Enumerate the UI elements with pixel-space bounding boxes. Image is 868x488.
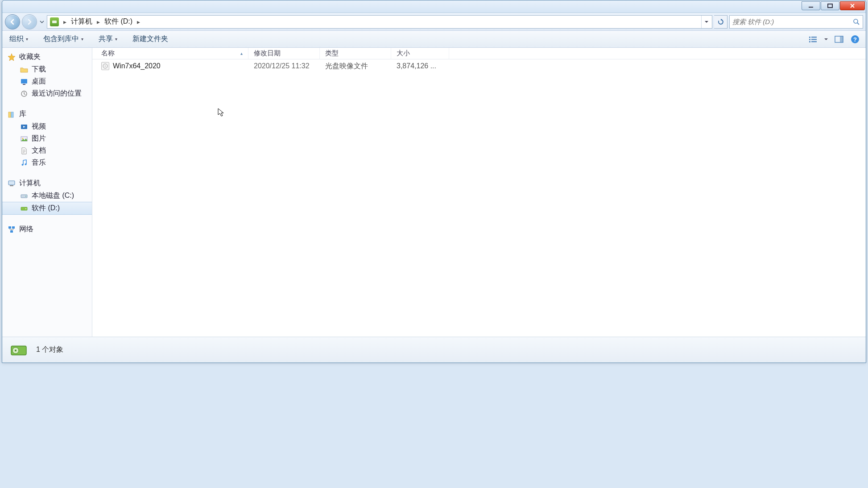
column-date[interactable]: 修改日期: [248, 48, 320, 59]
sort-ascending-icon: ▴: [240, 51, 243, 56]
help-button[interactable]: ?: [849, 33, 861, 45]
svg-text:?: ?: [853, 36, 857, 43]
search-icon: [853, 18, 860, 25]
column-headers: 名称 ▴ 修改日期 类型 大小: [92, 48, 866, 59]
svg-rect-17: [8, 112, 11, 117]
explorer-window: ▸ 计算机 ▸ 软件 (D:) ▸ 组织▾ 包含到库中▾ 共享▾: [2, 0, 866, 363]
star-icon: [8, 53, 16, 61]
svg-point-37: [15, 350, 17, 351]
file-rows[interactable]: Win7x64_2020 2020/12/25 11:32 光盘映像文件 3,8…: [92, 59, 866, 337]
sidebar-favorites-label: 收藏夹: [19, 52, 41, 62]
svg-rect-1: [828, 4, 832, 8]
svg-rect-18: [11, 112, 13, 117]
svg-rect-15: [23, 84, 25, 85]
breadcrumb-drive[interactable]: 软件 (D:): [102, 17, 135, 26]
file-size: 3,874,126 ...: [391, 62, 449, 70]
view-dropdown[interactable]: [823, 33, 829, 45]
svg-rect-14: [21, 79, 27, 83]
newfolder-label: 新建文件夹: [132, 34, 168, 44]
organize-menu[interactable]: 组织▾: [7, 33, 31, 46]
titlebar: [2, 0, 866, 13]
folder-icon: [20, 66, 28, 74]
new-folder-button[interactable]: 新建文件夹: [130, 33, 171, 46]
include-in-library-menu[interactable]: 包含到库中▾: [41, 33, 86, 46]
drive-icon: [20, 192, 28, 200]
status-text: 1 个对象: [36, 345, 63, 355]
file-type: 光盘映像文件: [320, 62, 391, 71]
column-type-label: 类型: [325, 49, 339, 58]
svg-rect-0: [809, 7, 813, 8]
search-box[interactable]: [729, 15, 863, 29]
search-input[interactable]: [732, 18, 853, 25]
sidebar-libraries[interactable]: 库: [2, 108, 92, 121]
history-dropdown[interactable]: [39, 15, 45, 29]
share-label: 共享: [99, 34, 113, 44]
forward-button[interactable]: [22, 14, 37, 29]
svg-point-21: [22, 138, 24, 139]
share-menu[interactable]: 共享▾: [96, 33, 120, 46]
sidebar-drive-c-label: 本地磁盘 (C:): [32, 191, 74, 200]
close-button[interactable]: [840, 1, 865, 10]
sidebar-drive-c[interactable]: 本地磁盘 (C:): [2, 190, 92, 202]
drive-large-icon: [8, 340, 29, 360]
file-row[interactable]: Win7x64_2020 2020/12/25 11:32 光盘映像文件 3,8…: [92, 59, 866, 73]
navigation-pane[interactable]: 收藏夹 下载 桌面 最近访问的位置 库: [2, 48, 92, 337]
chevron-right-icon: ▸: [62, 18, 68, 25]
svg-rect-25: [10, 185, 13, 186]
svg-rect-24: [8, 181, 15, 185]
body-area: 收藏夹 下载 桌面 最近访问的位置 库: [2, 48, 866, 337]
minimize-button[interactable]: [802, 1, 820, 10]
sidebar-network-label: 网络: [19, 225, 33, 234]
sidebar-network[interactable]: 网络: [2, 223, 92, 236]
svg-point-27: [25, 196, 26, 196]
chevron-down-icon: ▾: [115, 37, 117, 42]
sidebar-drive-d[interactable]: 软件 (D:): [2, 202, 92, 215]
command-bar: 组织▾ 包含到库中▾ 共享▾ 新建文件夹: [2, 31, 866, 48]
sidebar-drive-d-label: 软件 (D:): [32, 204, 60, 213]
file-date: 2020/12/25 11:32: [248, 62, 320, 70]
pictures-icon: [20, 135, 28, 143]
svg-point-22: [22, 164, 24, 166]
sidebar-recent-label: 最近访问的位置: [32, 89, 82, 98]
svg-rect-30: [8, 226, 11, 229]
sidebar-recent[interactable]: 最近访问的位置: [2, 88, 92, 100]
column-size[interactable]: 大小: [391, 48, 449, 59]
status-bar: 1 个对象: [2, 337, 866, 363]
svg-rect-7: [811, 39, 817, 40]
drive-icon: [50, 17, 59, 26]
address-bar[interactable]: ▸ 计算机 ▸ 软件 (D:) ▸: [47, 15, 712, 29]
navigation-bar: ▸ 计算机 ▸ 软件 (D:) ▸: [2, 13, 866, 31]
refresh-button[interactable]: [714, 15, 727, 29]
column-name[interactable]: 名称 ▴: [92, 48, 248, 59]
chevron-down-icon: ▾: [26, 37, 28, 42]
include-label: 包含到库中: [43, 34, 79, 44]
sidebar-favorites[interactable]: 收藏夹: [2, 50, 92, 63]
breadcrumb-computer[interactable]: 计算机: [68, 17, 95, 26]
sidebar-desktop[interactable]: 桌面: [2, 75, 92, 88]
iso-file-icon: [101, 62, 109, 70]
chevron-down-icon: ▾: [81, 37, 83, 42]
sidebar-music-label: 音乐: [32, 158, 46, 167]
sidebar-computer[interactable]: 计算机: [2, 177, 92, 190]
libraries-icon: [8, 110, 16, 118]
sidebar-downloads[interactable]: 下载: [2, 63, 92, 75]
sidebar-documents[interactable]: 文档: [2, 145, 92, 157]
preview-pane-button[interactable]: [833, 33, 845, 45]
svg-point-34: [105, 66, 106, 67]
sidebar-pictures[interactable]: 图片: [2, 133, 92, 145]
svg-rect-6: [809, 39, 810, 40]
svg-rect-11: [840, 36, 843, 42]
sidebar-videos[interactable]: 视频: [2, 121, 92, 133]
column-type[interactable]: 类型: [320, 48, 391, 59]
recent-icon: [20, 90, 28, 98]
video-icon: [20, 123, 28, 131]
maximize-button[interactable]: [821, 1, 839, 10]
drive-icon: [20, 204, 28, 213]
back-button[interactable]: [5, 14, 20, 29]
sidebar-music[interactable]: 音乐: [2, 157, 92, 169]
file-list-pane: 名称 ▴ 修改日期 类型 大小 Win7x64_2020 2020/12/25 …: [92, 48, 866, 337]
address-dropdown[interactable]: [701, 16, 711, 28]
view-options-button[interactable]: [807, 33, 819, 45]
column-size-label: 大小: [397, 49, 410, 58]
svg-point-3: [854, 19, 858, 23]
